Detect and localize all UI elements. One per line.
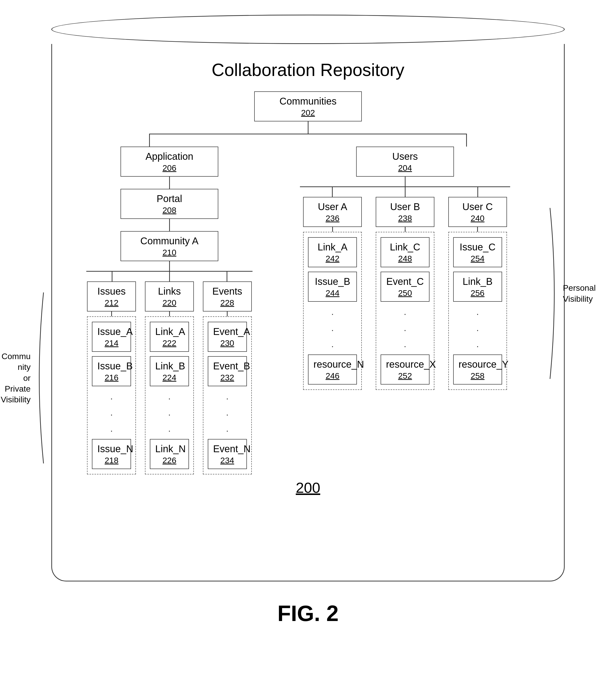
diagram-area: Communities 202 Application bbox=[67, 91, 549, 474]
link-b-user-node: Link_B 256 bbox=[453, 272, 502, 302]
branch-bar-top bbox=[149, 134, 467, 134]
user-c-column: User C 240 Issue_C 254 bbox=[445, 197, 510, 390]
user-c-dots-2: . bbox=[476, 322, 479, 334]
links-column: Links 220 Link_A 222 bbox=[144, 282, 195, 474]
link-a-comm-node: Link_A 222 bbox=[150, 322, 189, 352]
links-dots-1: . bbox=[168, 391, 170, 402]
sub-columns-wrapper: Commu nity or Private Visibility Issues … bbox=[86, 282, 253, 474]
cylinder-top bbox=[51, 15, 565, 44]
app-portal-connector bbox=[169, 177, 170, 189]
cylinder-body: Collaboration Repository Communities 202 bbox=[51, 44, 565, 582]
community-a-node: Community A 210 bbox=[121, 231, 218, 261]
issues-dots-3: . bbox=[110, 423, 113, 435]
issues-dots-1: . bbox=[110, 391, 113, 402]
main-split: Application 206 Portal 208 bbox=[76, 147, 540, 474]
user-a-connector bbox=[332, 187, 333, 197]
events-node: Events 228 bbox=[203, 282, 252, 311]
events-dashed-box: Event_A 230 Event_B 232 . . . bbox=[203, 316, 252, 474]
issues-dashed-box: Issue_A 214 Issue_B 216 . . . bbox=[87, 316, 136, 474]
user-b-dashed-box: Link_C 248 Event_C 250 . . . bbox=[376, 232, 434, 390]
cylinder-title: Collaboration Repository bbox=[67, 44, 549, 91]
resource-n-node: resource_N 246 bbox=[308, 355, 357, 384]
events-dots-1: . bbox=[226, 391, 228, 402]
community-branch-connector bbox=[169, 261, 170, 271]
user-b-connector bbox=[405, 187, 406, 197]
resource-y-node: resource_Y 258 bbox=[453, 355, 502, 384]
user-columns: User A 236 Link_A 242 bbox=[300, 197, 510, 390]
link-b-node: Link_B 224 bbox=[150, 356, 189, 386]
portal-node: Portal 208 bbox=[121, 189, 218, 219]
link-n-node: Link_N 226 bbox=[150, 439, 189, 469]
links-dots-2: . bbox=[168, 407, 170, 419]
user-b-node: User B 238 bbox=[376, 197, 434, 227]
user-a-dots-1: . bbox=[331, 306, 334, 318]
user-a-node: User A 236 bbox=[303, 197, 362, 227]
event-b-node: Event_B 232 bbox=[208, 356, 247, 386]
issues-column: Issues 212 Issue_A 214 bbox=[86, 282, 137, 474]
sub-connectors bbox=[86, 272, 253, 282]
diagram-container: Collaboration Repository Communities 202 bbox=[51, 15, 565, 582]
user-c-connector bbox=[477, 187, 478, 197]
user-c-node: User C 240 bbox=[448, 197, 507, 227]
issue-n-node: Issue_N 218 bbox=[92, 439, 131, 469]
issues-dots-2: . bbox=[110, 407, 113, 419]
links-dots-3: . bbox=[168, 423, 170, 435]
connector-line bbox=[308, 122, 309, 134]
issue-a-node: Issue_A 214 bbox=[92, 322, 131, 352]
branch-connectors bbox=[149, 134, 467, 147]
links-connector bbox=[169, 272, 170, 282]
events-dashed-connector bbox=[227, 311, 227, 316]
user-b-dots-3: . bbox=[404, 339, 406, 350]
community-private-label: Commu nity or Private Visibility bbox=[1, 351, 30, 405]
issues-dashed-connector bbox=[111, 311, 112, 316]
resource-x-node: resource_X 252 bbox=[381, 355, 429, 384]
user-c-dots-1: . bbox=[476, 306, 479, 318]
application-node: Application 206 bbox=[121, 147, 218, 177]
diagram-number: 200 bbox=[67, 479, 549, 496]
user-b-dots-1: . bbox=[404, 306, 406, 318]
issue-c-node: Issue_C 254 bbox=[453, 237, 502, 267]
user-a-column: User A 236 Link_A 242 bbox=[300, 197, 365, 390]
users-branch-connector bbox=[405, 177, 406, 186]
events-connector bbox=[226, 272, 227, 282]
user-c-dots-3: . bbox=[476, 339, 479, 350]
user-columns-wrapper: Personal Visibility User A 236 bbox=[300, 197, 510, 390]
user-connectors bbox=[300, 187, 510, 197]
user-b-column: User B 238 Link_C 248 bbox=[372, 197, 438, 390]
user-b-dashed-connector bbox=[405, 227, 406, 232]
event-a-node: Event_A 230 bbox=[208, 322, 247, 352]
sub-columns: Issues 212 Issue_A 214 bbox=[86, 282, 253, 474]
portal-community-connector bbox=[169, 219, 170, 231]
right-brace-svg bbox=[549, 208, 561, 379]
connector-left bbox=[149, 134, 150, 147]
personal-visibility-label: Personal Visibility bbox=[563, 282, 596, 304]
user-c-dashed-connector bbox=[477, 227, 478, 232]
user-a-dots-2: . bbox=[331, 322, 334, 334]
right-column: Users 204 bbox=[271, 147, 540, 474]
left-column: Application 206 Portal 208 bbox=[76, 147, 262, 474]
connector-right bbox=[466, 134, 467, 147]
events-column: Events 228 Event_A 230 bbox=[202, 282, 253, 474]
event-c-node: Event_C 250 bbox=[381, 272, 429, 302]
left-brace-svg bbox=[32, 292, 45, 463]
communities-node: Communities 202 bbox=[254, 91, 362, 122]
links-dashed-box: Link_A 222 Link_B 224 . . . bbox=[145, 316, 194, 474]
figure-caption: FIG. 2 bbox=[277, 601, 339, 626]
user-a-dots-3: . bbox=[331, 339, 334, 350]
link-c-node: Link_C 248 bbox=[381, 237, 429, 267]
left-brace-group: Commu nity or Private Visibility bbox=[1, 282, 45, 474]
events-dots-2: . bbox=[226, 407, 228, 419]
users-node: Users 204 bbox=[356, 147, 454, 177]
issue-b-node: Issue_B 216 bbox=[92, 356, 131, 386]
sub-branch-bar bbox=[86, 271, 253, 272]
user-a-dashed-connector bbox=[332, 227, 333, 232]
link-a-user-node: Link_A 242 bbox=[308, 237, 357, 267]
issues-node: Issues 212 bbox=[87, 282, 136, 311]
events-dots-3: . bbox=[226, 423, 228, 435]
user-c-dashed-box: Issue_C 254 Link_B 256 . . . bbox=[448, 232, 507, 390]
issues-connector bbox=[112, 272, 113, 282]
issue-b-user-node: Issue_B 244 bbox=[308, 272, 357, 302]
users-branch-bar bbox=[300, 186, 510, 187]
links-node: Links 220 bbox=[145, 282, 194, 311]
event-n-node: Event_N 234 bbox=[208, 439, 247, 469]
